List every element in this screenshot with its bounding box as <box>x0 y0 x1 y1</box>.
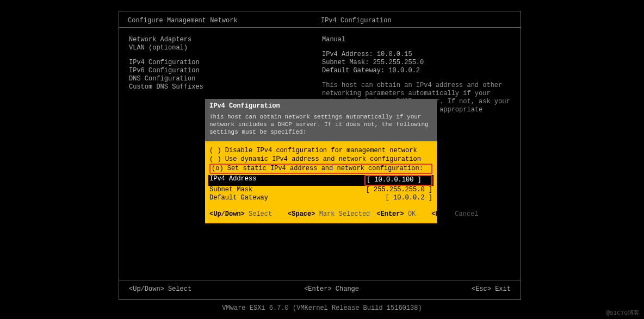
hint-enter-label: OK <box>404 210 416 218</box>
field-subnet-mask[interactable]: Subnet Mask [ 255.255.255.0 ] <box>209 186 432 195</box>
bottom-bar: <Up/Down> Select <Enter> Change <Esc> Ex… <box>129 285 511 293</box>
bottom-enter-label: Change <box>332 285 359 293</box>
hint-esc-key: <Esc> <box>431 210 451 218</box>
header-row: Configure Management Network IPv4 Config… <box>128 17 511 24</box>
menu-item[interactable]: DNS Configuration <box>129 75 203 83</box>
hint-space-label: Mark Selected <box>315 210 370 218</box>
option-static-highlight: (o) Set static IPv4 address and network … <box>209 164 432 174</box>
menu-item[interactable]: IPv4 Configuration <box>129 59 203 67</box>
hint-enter-key: <Enter> <box>376 210 404 218</box>
bottom-esc-label: Exit <box>491 285 511 293</box>
hint-esc-label: Cancel <box>451 210 478 218</box>
ipv4-address-input[interactable]: [ 10.0.0.100 ] <box>364 175 432 186</box>
option-dynamic-ipv4[interactable]: ( ) Use dynamic IPv4 address and network… <box>209 155 432 164</box>
info-mode: Manual <box>322 36 512 44</box>
watermark: @51CTO博客 <box>606 309 640 317</box>
menu-item[interactable]: Network Adapters <box>129 36 203 44</box>
gateway-input[interactable]: [ 10.0.0.2 ] <box>386 194 432 203</box>
hint-space-key: <Space> <box>288 210 315 218</box>
dialog-subtitle: This host can obtain network settings au… <box>209 113 432 136</box>
bottom-updown-key: <Up/Down> <box>129 285 164 293</box>
info-gateway: Default Gateway: 10.0.0.2 <box>322 67 512 75</box>
field-label: Default Gateway <box>209 194 268 203</box>
field-label: IPv4 Address <box>209 175 256 186</box>
version-line: VMware ESXi 6.7.0 (VMKernel Release Buil… <box>0 304 644 312</box>
menu-list: Network Adapters VLAN (optional) IPv4 Co… <box>129 36 203 91</box>
menu-item[interactable]: VLAN (optional) <box>129 44 203 52</box>
dialog-body: ( ) Disable IPv4 configuration for manag… <box>205 141 437 210</box>
bottom-updown-label: Select <box>164 285 191 293</box>
dialog-header: IPv4 Configuration This host can obtain … <box>205 99 437 141</box>
menu-item[interactable]: IPv6 Configuration <box>129 67 203 75</box>
menu-item[interactable]: Custom DNS Suffixes <box>129 83 203 91</box>
option-static-ipv4[interactable]: (o) Set static IPv4 address and network … <box>212 165 430 173</box>
dialog-title: IPv4 Configuration <box>209 102 432 111</box>
hint-updown-key: <Up/Down> <box>209 210 245 218</box>
header-left: Configure Management Network <box>128 17 321 24</box>
option-disable-ipv4[interactable]: ( ) Disable IPv4 configuration for manag… <box>209 147 432 155</box>
field-default-gateway[interactable]: Default Gateway [ 10.0.0.2 ] <box>209 194 432 203</box>
field-ipv4-address[interactable]: IPv4 Address [ 10.0.0.100 ] <box>208 175 434 186</box>
bottom-enter-key: <Enter> <box>304 285 331 293</box>
header-right: IPv4 Configuration <box>321 17 392 24</box>
bottom-esc-key: <Esc> <box>472 285 491 293</box>
info-address: IPv4 Address: 10.0.0.15 <box>322 51 512 59</box>
header-divider <box>119 27 521 28</box>
field-label: Subnet Mask <box>209 186 252 195</box>
hint-updown-label: Select <box>245 210 272 218</box>
info-subnet: Subnet Mask: 255.255.255.0 <box>322 59 512 67</box>
subnet-mask-input[interactable]: [ 255.255.255.0 ] <box>366 186 432 195</box>
dialog-footer: <Up/Down> Select <Space> Mark Selected <… <box>205 210 437 223</box>
ipv4-config-dialog: IPv4 Configuration This host can obtain … <box>205 99 437 223</box>
bottom-divider <box>119 280 521 280</box>
